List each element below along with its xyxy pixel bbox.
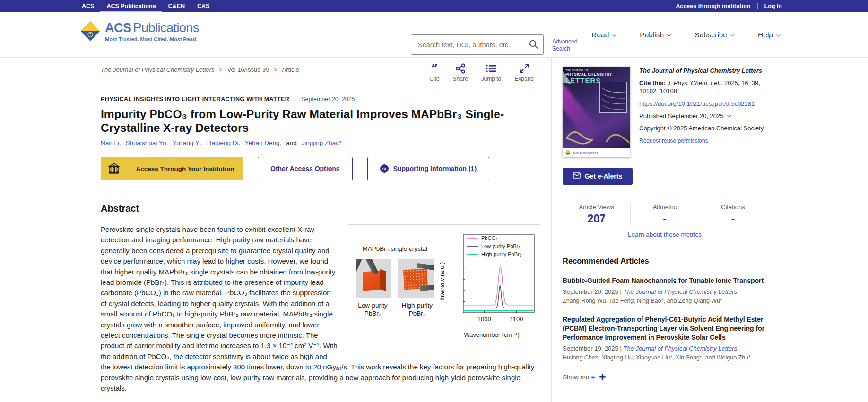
author-link[interactable]: Haipeng Di, xyxy=(207,139,241,146)
crystal-figure-label: MAPbBr₃ single crystal xyxy=(363,244,428,254)
brand-links: ACS ACS Publications C&EN CAS xyxy=(76,0,216,12)
low-purity-label: Low-purity PbBr₂ xyxy=(354,301,391,317)
recommended-article: Regulated Aggregation of Phenyl-C61-Buty… xyxy=(563,315,767,361)
copyright-text: Copyright © 2025 American Chemical Socie… xyxy=(639,124,767,132)
author-link[interactable]: Shuaishuai Yu, xyxy=(126,139,168,146)
si-badge-icon: SI xyxy=(380,164,389,173)
learn-about-metrics-link[interactable]: Learn about these metrics xyxy=(563,231,767,238)
article-main: The Journal of Physical Chemistry Letter… xyxy=(101,58,540,394)
graphical-abstract-figure[interactable]: MAPbBr₃ single crystal Low-purity PbBr₂ xyxy=(348,224,540,352)
svg-text:1100: 1100 xyxy=(510,316,523,323)
low-purity-crystal-photo xyxy=(356,259,391,298)
metric-citations: Citations - xyxy=(699,204,767,225)
breadcrumb-issue-link[interactable]: Vol 16/Issue 39 xyxy=(227,66,269,73)
metric-article-views: Article Views 207 xyxy=(563,204,630,225)
login-link[interactable]: Log In xyxy=(758,3,789,9)
acs-diamond-logo-icon xyxy=(565,150,571,155)
breadcrumb-separator: > xyxy=(274,67,278,73)
chevron-down-icon xyxy=(727,113,731,118)
nav-publish[interactable]: Publish xyxy=(640,31,671,39)
acs-publications-logo[interactable]: ACSPublications Most Trusted. Most Cited… xyxy=(80,21,199,43)
article-toolbar: ” Cite Share xyxy=(429,63,534,82)
author-link-corresponding[interactable]: Jingjing Zhao* xyxy=(301,139,342,146)
abstract-heading: Abstract xyxy=(101,203,540,214)
advanced-search-link[interactable]: Advanced Search xyxy=(552,38,586,52)
nav-read[interactable]: Read xyxy=(591,31,616,39)
author-link[interactable]: Nan Li, xyxy=(101,139,121,146)
acs-diamond-logo-icon xyxy=(80,21,100,43)
high-purity-label: High-purity PbBr₂ xyxy=(398,301,436,317)
expand-arrows-icon xyxy=(520,63,529,74)
breadcrumb-separator: > xyxy=(219,67,223,73)
expand-button[interactable]: Expand xyxy=(514,63,534,82)
sidebar-divider xyxy=(563,246,767,246)
chevron-down-icon xyxy=(612,32,617,36)
chevron-down-icon xyxy=(667,32,672,36)
show-more-button[interactable]: Show more ✚ xyxy=(563,372,767,382)
supporting-information-button[interactable]: SI Supporting Information (1) xyxy=(367,157,490,180)
svg-text:Low-purity PbBr₂: Low-purity PbBr₂ xyxy=(481,243,521,249)
request-reuse-permissions-link[interactable]: Request reuse permissions xyxy=(639,137,708,145)
nav-help[interactable]: Help xyxy=(758,31,780,39)
cite-button[interactable]: ” Cite xyxy=(429,63,439,82)
chevron-down-icon xyxy=(730,32,735,36)
abstract-body: MAPbBr₃ single crystal Low-purity PbBr₂ xyxy=(101,224,540,394)
sidebar-journal-title[interactable]: The Journal of Physical Chemistry Letter… xyxy=(639,67,767,75)
access-institution-button[interactable]: Access Through Your Institution xyxy=(101,157,243,180)
article-title: Impurity PbCO₃ from Low-Purity Raw Mater… xyxy=(101,107,540,135)
spectrum-y-axis-label: Intensity (a.u.) xyxy=(437,234,447,329)
cite-this-line: Cite this: J. Phys. Chem. Lett. 2025, 16… xyxy=(639,79,767,95)
plus-icon: ✚ xyxy=(599,372,606,382)
jump-to-button[interactable]: Jump to xyxy=(481,63,502,82)
article-metrics: Article Views 207 Altmetric - Citations … xyxy=(563,197,767,229)
author-and-text: and xyxy=(286,139,297,146)
main-nav: Read Publish Subscribe Help xyxy=(591,12,780,58)
publication-date: September 20, 2025 xyxy=(301,96,355,103)
metric-altmetric: Altmetric - xyxy=(630,204,698,225)
recommended-article-title[interactable]: Bubble-Guided Foam Nanochannels for Tuna… xyxy=(563,276,767,285)
chevron-down-icon xyxy=(776,32,781,36)
recommended-articles-heading: Recommended Articles xyxy=(563,257,767,265)
author-link[interactable]: Yuliang Yi, xyxy=(173,139,202,146)
recommended-article-journal-link[interactable]: The Journal of Physical Chemistry Letter… xyxy=(623,345,737,352)
author-link[interactable]: Yehao Deng, xyxy=(245,139,282,146)
svg-text:High-purity PbBr₂: High-purity PbBr₂ xyxy=(481,251,521,257)
logo-wordmark: ACSPublications xyxy=(105,21,199,35)
cite-quote-icon: ” xyxy=(431,63,438,74)
institution-bank-icon xyxy=(101,162,127,176)
recommended-article-journal-link[interactable]: The Journal of Physical Chemistry Letter… xyxy=(623,288,737,295)
brand-link-cas[interactable]: CAS xyxy=(191,0,216,12)
author-list: Nan Li, Shuaishuai Yu, Yuliang Yi, Haipe… xyxy=(101,139,540,146)
published-date-toggle[interactable]: Published September 20, 2025 xyxy=(639,112,767,120)
nav-subscribe[interactable]: Subscribe xyxy=(694,31,734,39)
logo-tagline: Most Trusted. Most Cited. Most Read. xyxy=(105,36,199,42)
cover-footer-logo-text: ACS Publications xyxy=(573,151,598,154)
get-e-alerts-button[interactable]: Get e-Alerts xyxy=(563,168,633,185)
recommended-article-authors: Huilong Chen, Xingting Liu, Xiaoyuan Liu… xyxy=(563,354,767,361)
content-sidebar-divider xyxy=(551,58,552,402)
svg-text:PbCO₃: PbCO₃ xyxy=(481,235,497,241)
brand-link-cen[interactable]: C&EN xyxy=(162,0,191,12)
recommended-article-title[interactable]: Regulated Aggregation of Phenyl-C61-Buty… xyxy=(563,315,767,342)
doi-link[interactable]: https://doi.org/10.1021/acs.jpclett.5c02… xyxy=(639,100,755,108)
recommended-article: Bubble-Guided Foam Nanochannels for Tuna… xyxy=(563,276,767,304)
brand-bar: ACS ACS Publications C&EN CAS Access thr… xyxy=(0,0,868,12)
collection-link[interactable]: PHYSICAL INSIGHTS INTO LIGHT INTERACTING… xyxy=(101,96,289,103)
share-button[interactable]: Share xyxy=(453,63,468,82)
brand-link-acs-publications[interactable]: ACS Publications xyxy=(100,0,162,12)
breadcrumb-journal-link[interactable]: The Journal of Physical Chemistry Letter… xyxy=(101,66,215,73)
breadcrumb-article: Article xyxy=(282,66,299,73)
other-access-options-button[interactable]: Other Access Options xyxy=(258,157,353,180)
spectrum-x-axis-label: Wavenumber (cm⁻¹) xyxy=(464,330,520,340)
recommended-article-date: September 19, 2025 xyxy=(563,345,618,352)
journal-cover-thumbnail[interactable]: THE JOURNAL OF PHYSICAL CHEMISTRY LETTER… xyxy=(563,67,630,157)
search-input[interactable] xyxy=(411,34,544,55)
share-icon xyxy=(455,63,466,74)
recommended-article-date: September 20, 2025 xyxy=(563,288,618,295)
access-through-institution-link[interactable]: Access through institution xyxy=(669,3,757,9)
brand-link-acs[interactable]: ACS xyxy=(76,0,100,12)
search-button[interactable] xyxy=(527,38,541,52)
article-sidebar: THE JOURNAL OF PHYSICAL CHEMISTRY LETTER… xyxy=(563,58,767,382)
envelope-icon xyxy=(573,172,581,180)
recommended-article-authors: Zhang-Rong Wu, Tao Feng, Ning Bao*, and … xyxy=(563,298,767,304)
